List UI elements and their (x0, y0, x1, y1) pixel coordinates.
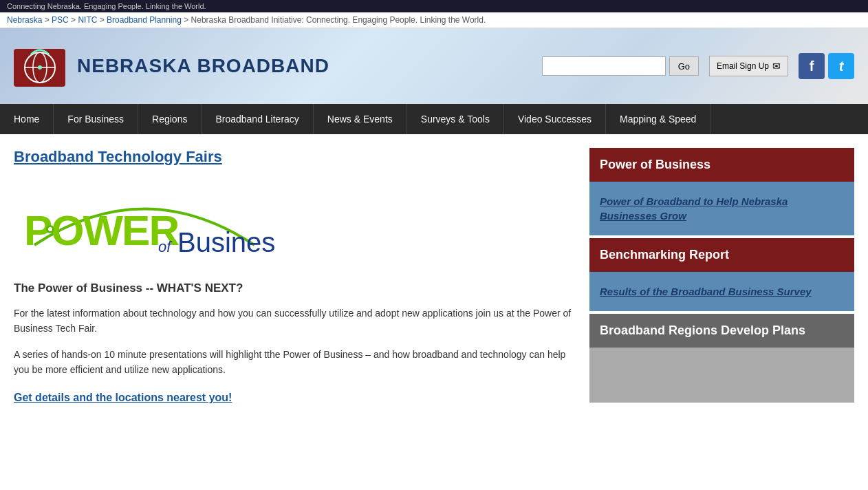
top-bar-text: Connecting Nebraska. Engaging People. Li… (7, 2, 206, 10)
svg-point-4 (38, 65, 42, 70)
sidebar-body-benchmarking: Results of the Broadband Business Survey (589, 272, 854, 311)
nav-mapping-speed[interactable]: Mapping & Speed (606, 104, 710, 134)
facebook-icon: f (810, 58, 814, 74)
locations-link[interactable]: Get details and the locations nearest yo… (14, 392, 232, 403)
social-icons: f t (799, 53, 854, 79)
svg-text:Business: Business (177, 227, 275, 257)
sidebar-body-power-of-business: Power of Broadband to Help Nebraska Busi… (589, 182, 854, 235)
svg-point-9 (48, 227, 52, 231)
email-signup-label: Email Sign Up (717, 61, 769, 71)
nav-surveys-tools[interactable]: Surveys & Tools (407, 104, 504, 134)
main-content: Broadband Technology Fairs POWER of Busi… (0, 134, 868, 419)
header-right: Go Email Sign Up ✉ f t (542, 53, 854, 79)
breadcrumb-psc[interactable]: PSC (52, 15, 69, 25)
email-signup-button[interactable]: Email Sign Up ✉ (709, 56, 788, 76)
sidebar-header-broadband-regions: Broadband Regions Develop Plans (589, 314, 854, 348)
svg-text:of: of (158, 238, 173, 255)
nav-regions[interactable]: Regions (138, 104, 202, 134)
content-para2: A series of hands-on 10 minute presentat… (14, 347, 572, 378)
sidebar-header-power-of-business: Power of Business (589, 148, 854, 182)
power-logo: POWER of Business (14, 180, 572, 264)
header: NEBRASKA BROADBAND Go Email Sign Up ✉ f … (0, 28, 868, 104)
sidebar-body-broadband-regions (589, 348, 854, 403)
search-input[interactable] (542, 56, 666, 76)
sidebar-section-benchmarking: Benchmarking Report Results of the Broad… (589, 238, 854, 311)
facebook-button[interactable]: f (799, 53, 825, 79)
logo-area: NEBRASKA BROADBAND (14, 42, 329, 90)
breadcrumb-nitc[interactable]: NITC (78, 15, 97, 25)
nav-for-business[interactable]: For Business (54, 104, 138, 134)
navigation: Home For Business Regions Broadband Lite… (0, 104, 868, 134)
content-subtitle: The Power of Business -- WHAT'S NEXT? (14, 281, 572, 295)
sidebar-section-broadband-regions: Broadband Regions Develop Plans (589, 314, 854, 403)
logo-icon (14, 42, 69, 90)
nav-home[interactable]: Home (0, 104, 54, 134)
breadcrumb: Nebraska > PSC > NITC > Broadband Planni… (0, 12, 868, 28)
logo-text: NEBRASKA BROADBAND (77, 55, 329, 77)
content-area: Broadband Technology Fairs POWER of Busi… (14, 148, 589, 405)
email-icon: ✉ (772, 61, 781, 72)
power-logo-svg: POWER of Business (14, 180, 275, 262)
nav-news-events[interactable]: News & Events (314, 104, 407, 134)
sidebar-link-power-of-business[interactable]: Power of Broadband to Help Nebraska Busi… (600, 194, 844, 223)
go-button[interactable]: Go (669, 56, 699, 76)
sidebar-header-benchmarking: Benchmarking Report (589, 238, 854, 272)
twitter-button[interactable]: t (828, 53, 854, 79)
content-para1: For the latest information about technol… (14, 306, 572, 337)
sidebar-link-benchmarking[interactable]: Results of the Broadband Business Survey (600, 284, 844, 299)
nav-video-successes[interactable]: Video Successes (504, 104, 606, 134)
breadcrumb-nebraska[interactable]: Nebraska (7, 15, 42, 25)
search-box: Go (542, 56, 699, 76)
breadcrumb-current: Nebraska Broadband Initiative: Connectin… (191, 15, 486, 25)
twitter-icon: t (839, 58, 844, 74)
top-bar: Connecting Nebraska. Engaging People. Li… (0, 0, 868, 12)
sidebar: Power of Business Power of Broadband to … (589, 148, 854, 405)
nav-broadband-literacy[interactable]: Broadband Literacy (202, 104, 313, 134)
page-title-link[interactable]: Broadband Technology Fairs (14, 148, 572, 166)
breadcrumb-broadband-planning[interactable]: Broadband Planning (107, 15, 182, 25)
sidebar-section-power-of-business: Power of Business Power of Broadband to … (589, 148, 854, 235)
